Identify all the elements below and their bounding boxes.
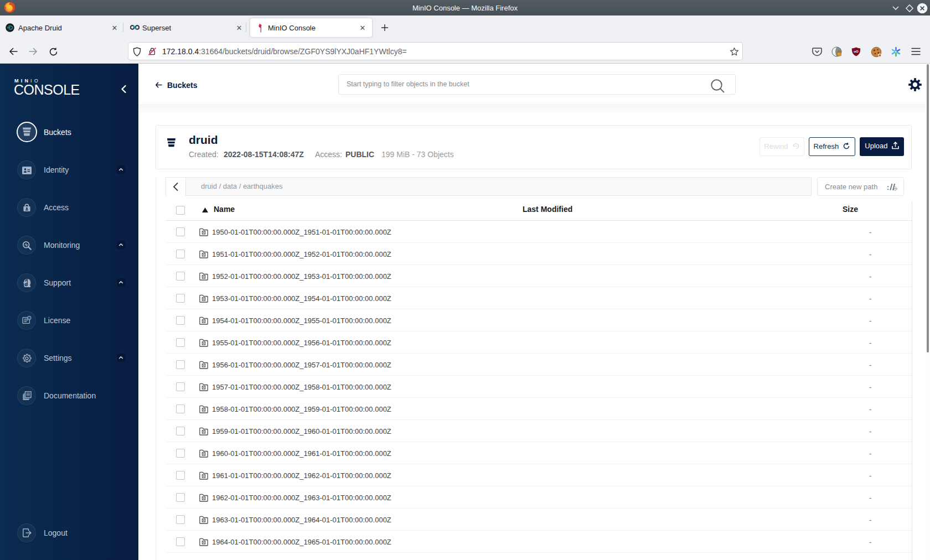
svg-text:uO: uO — [854, 50, 859, 53]
